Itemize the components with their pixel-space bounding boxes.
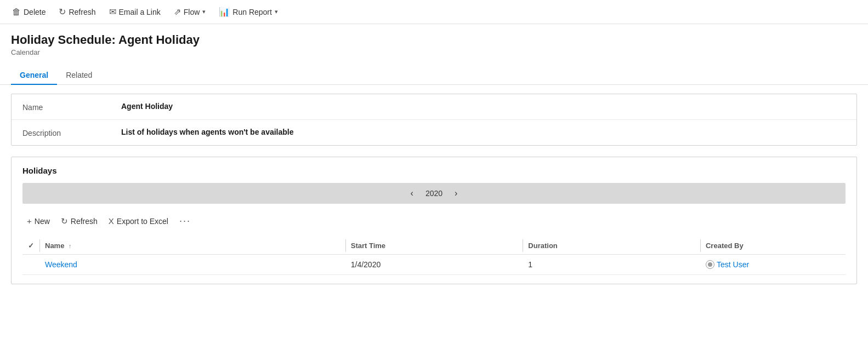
col-start-time-label: Start Time: [351, 242, 385, 250]
row-check-cell: [22, 255, 39, 275]
email-link-button[interactable]: ✉ Email a Link: [104, 4, 166, 20]
holidays-sub-toolbar: + New ↻ Refresh X Export to Excel ···: [22, 210, 846, 232]
table-row: Weekend 1/4/2020 1 Test User: [22, 255, 846, 275]
page-subtitle: Calendar: [11, 48, 857, 56]
run-report-chevron-icon: ▾: [275, 8, 278, 15]
col-duration: Duration: [523, 237, 700, 255]
holiday-name-link[interactable]: Weekend: [45, 260, 77, 269]
description-value: List of holidays when agents won't be av…: [121, 128, 294, 136]
form-card: Name Agent Holiday Description List of h…: [11, 94, 857, 146]
name-label: Name: [22, 102, 121, 112]
email-icon: ✉: [109, 7, 116, 17]
delete-label: Delete: [24, 8, 46, 16]
page-title: Holiday Schedule: Agent Holiday: [11, 33, 857, 47]
flow-icon: ⇗: [174, 7, 181, 17]
col-created-by-label: Created By: [706, 242, 744, 250]
sub-refresh-icon: ↻: [61, 216, 68, 226]
refresh-label: Refresh: [69, 8, 95, 16]
more-button[interactable]: ···: [175, 213, 195, 229]
main-toolbar: 🗑 Delete ↻ Refresh ✉ Email a Link ⇗ Flow…: [0, 0, 868, 24]
col-duration-label: Duration: [528, 242, 557, 250]
refresh-button[interactable]: ↻ Refresh: [53, 4, 101, 20]
tab-related[interactable]: Related: [57, 66, 101, 85]
flow-label: Flow: [184, 8, 200, 16]
delete-icon: 🗑: [12, 7, 21, 17]
export-excel-button[interactable]: X Export to Excel: [104, 214, 173, 228]
holidays-title: Holidays: [22, 166, 846, 175]
year-navigation: ‹ 2020 ›: [22, 183, 846, 204]
export-label: Export to Excel: [117, 217, 168, 226]
form-row-name: Name Agent Holiday: [12, 94, 856, 120]
check-header-icon: ✓: [28, 242, 34, 250]
email-link-label: Email a Link: [119, 8, 161, 16]
new-button[interactable]: + New: [22, 214, 54, 228]
year-next-button[interactable]: ›: [451, 187, 461, 199]
tabs-bar: General Related: [0, 61, 868, 85]
holidays-table: ✓ Name ↑ Start Time Duration Created By: [22, 237, 846, 275]
created-by-link[interactable]: Test User: [717, 260, 749, 269]
refresh-icon: ↻: [59, 7, 66, 17]
chevron-right-icon: ›: [455, 188, 457, 198]
more-icon: ···: [179, 215, 191, 227]
col-check: ✓: [22, 237, 39, 255]
sort-up-icon: ↑: [69, 243, 72, 249]
flow-chevron-icon: ▾: [202, 8, 206, 15]
plus-icon: +: [27, 216, 32, 226]
col-start-time: Start Time: [345, 237, 523, 255]
holidays-section: Holidays ‹ 2020 › + New ↻ Refresh X Expo: [11, 157, 857, 284]
name-value: Agent Holiday: [121, 102, 173, 111]
description-label: Description: [22, 128, 121, 137]
col-name-label: Name: [45, 242, 64, 250]
tab-general[interactable]: General: [11, 66, 57, 85]
user-avatar-icon: [706, 260, 714, 269]
report-icon: 📊: [219, 7, 230, 17]
run-report-button[interactable]: 📊 Run Report ▾: [213, 4, 283, 20]
row-start-time-cell: 1/4/2020: [345, 255, 523, 275]
excel-icon: X: [109, 216, 114, 226]
flow-button[interactable]: ⇗ Flow ▾: [168, 4, 212, 20]
year-prev-button[interactable]: ‹: [407, 187, 417, 199]
col-name[interactable]: Name ↑: [39, 237, 345, 255]
chevron-left-icon: ‹: [411, 188, 413, 198]
col-created-by: Created By: [700, 237, 846, 255]
form-row-description: Description List of holidays when agents…: [12, 120, 856, 145]
main-content: Name Agent Holiday Description List of h…: [0, 85, 868, 293]
delete-button[interactable]: 🗑 Delete: [7, 4, 51, 20]
created-by-container: Test User: [706, 260, 840, 269]
row-created-by-cell: Test User: [700, 255, 846, 275]
row-name-cell: Weekend: [39, 255, 345, 275]
row-duration-cell: 1: [523, 255, 700, 275]
table-header-row: ✓ Name ↑ Start Time Duration Created By: [22, 237, 846, 255]
page-header: Holiday Schedule: Agent Holiday Calendar: [0, 24, 868, 56]
sub-refresh-button[interactable]: ↻ Refresh: [56, 214, 102, 229]
year-label: 2020: [426, 189, 442, 198]
new-label: New: [35, 217, 50, 226]
run-report-label: Run Report: [232, 8, 272, 16]
sub-refresh-label: Refresh: [71, 217, 98, 226]
